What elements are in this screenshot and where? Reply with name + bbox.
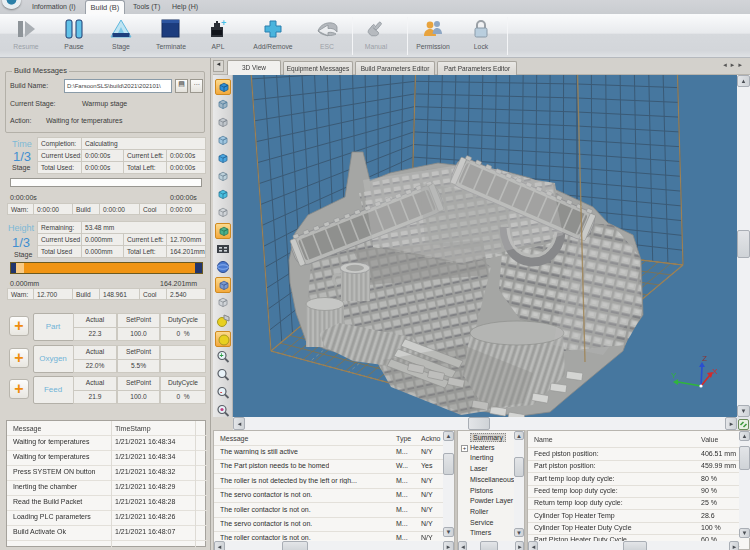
svg-text:+: + [221,19,226,28]
svg-text:Y: Y [671,371,677,380]
svg-text:+: + [220,352,224,359]
svg-text:X: X [712,367,718,376]
svg-text:Z: Z [702,354,707,363]
